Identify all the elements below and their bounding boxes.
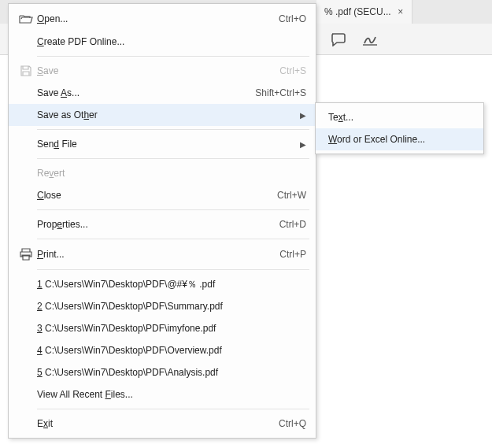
document-tab[interactable]: % .pdf (SECU... × xyxy=(316,0,412,24)
submenu-item-word-excel-online[interactable]: Word or Excel Online... xyxy=(316,128,483,150)
menu-shortcut: Ctrl+D xyxy=(279,219,306,230)
save-as-other-submenu: Text... Word or Excel Online... xyxy=(315,102,484,154)
menu-separator xyxy=(37,209,309,210)
menu-label: Close xyxy=(37,190,277,201)
menu-label: Exit xyxy=(37,418,279,429)
menu-label: 5 C:\Users\Win7\Desktop\PDF\Analysis.pdf xyxy=(37,367,306,378)
menu-shortcut: Ctrl+O xyxy=(279,13,306,24)
menu-item-close[interactable]: Close Ctrl+W xyxy=(9,184,316,206)
menu-item-open[interactable]: Open... Ctrl+O xyxy=(9,7,316,31)
menu-item-save-as-other[interactable]: Save as Other ▶ xyxy=(9,104,316,126)
submenu-item-text[interactable]: Text... xyxy=(316,106,483,128)
sign-icon[interactable] xyxy=(362,32,378,46)
print-icon xyxy=(15,248,37,261)
menu-shortcut: Ctrl+P xyxy=(279,249,306,260)
tab-label: % .pdf (SECU... xyxy=(324,6,391,17)
menu-item-save-as[interactable]: Save As... Shift+Ctrl+S xyxy=(9,82,316,104)
menu-item-recent-file[interactable]: 5 C:\Users\Win7\Desktop\PDF\Analysis.pdf xyxy=(9,361,316,383)
menu-item-recent-file[interactable]: 2 C:\Users\Win7\Desktop\PDF\Summary.pdf xyxy=(9,295,316,317)
submenu-arrow-icon: ▶ xyxy=(297,111,306,120)
menu-label: 2 C:\Users\Win7\Desktop\PDF\Summary.pdf xyxy=(37,301,306,312)
menu-label: 1 C:\Users\Win7\Desktop\PDF\@#¥％ .pdf xyxy=(37,278,306,291)
menu-label: Text... xyxy=(328,112,474,123)
menu-label: Properties... xyxy=(37,219,279,230)
menu-separator xyxy=(37,56,309,57)
menu-item-recent-file[interactable]: 4 C:\Users\Win7\Desktop\PDF\Overview.pdf xyxy=(9,339,316,361)
menu-item-recent-file[interactable]: 3 C:\Users\Win7\Desktop\PDF\imyfone.pdf xyxy=(9,317,316,339)
comment-icon[interactable] xyxy=(331,32,346,46)
menu-separator xyxy=(37,158,309,159)
menu-label: Revert xyxy=(37,168,306,179)
menu-separator xyxy=(37,409,309,409)
menu-shortcut: Ctrl+W xyxy=(277,190,306,201)
menu-label: Word or Excel Online... xyxy=(328,134,474,145)
menu-item-send-file[interactable]: Send File ▶ xyxy=(9,133,316,155)
menu-shortcut: Shift+Ctrl+S xyxy=(255,87,306,98)
close-icon[interactable]: × xyxy=(396,6,405,17)
menu-label: Save xyxy=(37,65,279,76)
menu-shortcut: Ctrl+S xyxy=(279,65,306,76)
save-icon xyxy=(15,65,37,77)
menu-label: Print... xyxy=(37,249,279,260)
menu-label: 4 C:\Users\Win7\Desktop\PDF\Overview.pdf xyxy=(37,345,306,356)
menu-shortcut: Ctrl+Q xyxy=(279,418,306,429)
menu-label: Send File xyxy=(37,139,297,150)
menu-label: View All Recent Files... xyxy=(37,389,306,400)
file-menu: Open... Ctrl+O Create PDF Online... Save… xyxy=(8,3,316,439)
menu-item-save: Save Ctrl+S xyxy=(9,60,316,82)
menu-label: 3 C:\Users\Win7\Desktop\PDF\imyfone.pdf xyxy=(37,323,306,334)
menu-item-create-pdf-online[interactable]: Create PDF Online... xyxy=(9,31,316,53)
menu-label: Save As... xyxy=(37,87,255,98)
menu-item-view-all-recent[interactable]: View All Recent Files... xyxy=(9,383,316,405)
menu-item-print[interactable]: Print... Ctrl+P xyxy=(9,243,316,266)
menu-label: Open... xyxy=(37,13,279,24)
menu-separator xyxy=(37,129,309,130)
menu-item-exit[interactable]: Exit Ctrl+Q xyxy=(9,413,316,435)
menu-item-recent-file[interactable]: 1 C:\Users\Win7\Desktop\PDF\@#¥％ .pdf xyxy=(9,273,316,295)
menu-separator xyxy=(37,269,309,270)
folder-open-icon xyxy=(15,13,37,24)
menu-label: Create PDF Online... xyxy=(37,36,306,47)
menu-label: Save as Other xyxy=(37,109,297,120)
submenu-arrow-icon: ▶ xyxy=(297,140,306,149)
menu-item-properties[interactable]: Properties... Ctrl+D xyxy=(9,213,316,235)
menu-item-revert: Revert xyxy=(9,162,316,184)
menu-separator xyxy=(37,239,309,239)
